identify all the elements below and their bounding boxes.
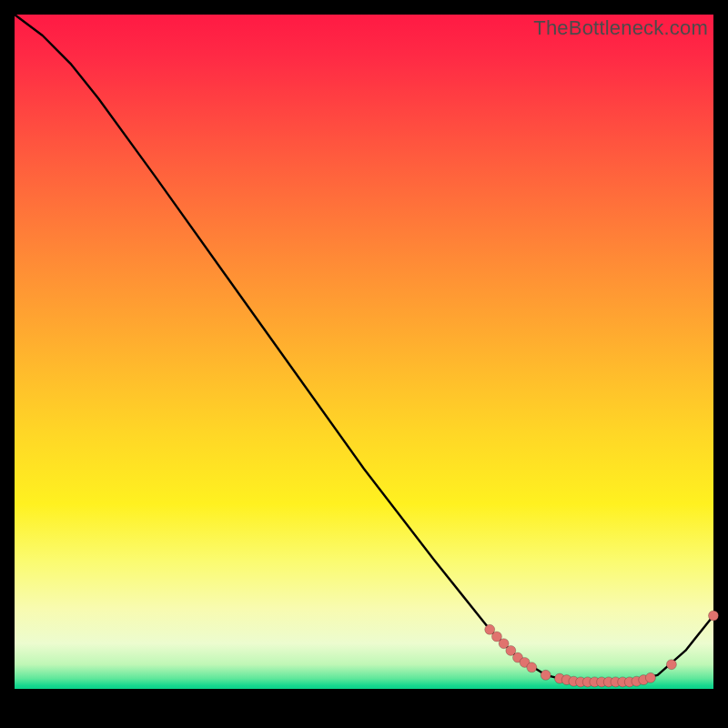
data-points — [485, 611, 719, 687]
data-point — [645, 672, 655, 682]
plot-area: TheBottleneck.com — [15, 15, 713, 713]
data-point — [541, 670, 551, 680]
data-point — [666, 660, 676, 670]
data-point — [527, 662, 537, 672]
chart-stage: TheBottleneck.com — [0, 0, 728, 728]
chart-svg — [15, 15, 713, 713]
curve-line — [15, 15, 713, 682]
data-point — [709, 611, 719, 621]
